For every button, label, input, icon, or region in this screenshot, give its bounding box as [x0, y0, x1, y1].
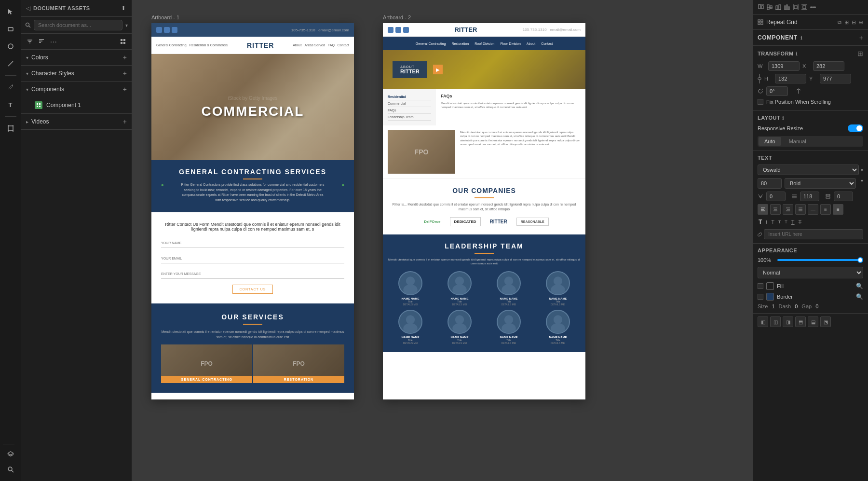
artboard-tool[interactable] [3, 121, 18, 136]
para-spacing-input[interactable] [834, 192, 853, 201]
artboard-2[interactable]: RITTER 105-735-1310 email@email.com Gene… [383, 23, 585, 399]
rotation-input[interactable] [766, 86, 788, 96]
components-section-header[interactable]: ▾ Components + [21, 82, 132, 97]
character-styles-section-header[interactable]: ▾ Character Styles + [21, 66, 132, 81]
rg-copy2-icon[interactable]: ⊞ [844, 19, 849, 26]
align-left-btn[interactable] [758, 204, 768, 215]
ab2-sidebar-leadership[interactable]: Leadership Team [388, 114, 431, 121]
bar-chart-icon[interactable] [784, 4, 790, 11]
align-middle-icon[interactable] [766, 4, 773, 11]
videos-section-header[interactable]: ▸ Videos + [21, 114, 132, 129]
transform-y-input[interactable] [820, 74, 851, 83]
text-spacing-right-btn[interactable]: ≡ [833, 204, 843, 215]
fill-checkbox[interactable] [758, 283, 763, 289]
distribute-h-icon[interactable] [792, 4, 799, 11]
ctrl-align-bottom[interactable]: ⬔ [820, 316, 831, 327]
ab1-email-field[interactable] [161, 254, 344, 263]
grid-view-icon[interactable] [119, 38, 127, 45]
ctrl-align-mid[interactable]: ⬓ [808, 316, 818, 327]
transform-w-input[interactable] [768, 61, 800, 71]
distribute-v-icon[interactable] [801, 4, 808, 11]
url-input[interactable] [764, 229, 863, 239]
text-underline-btn[interactable]: T [790, 218, 796, 226]
align-bottom-icon[interactable] [775, 4, 782, 11]
text-super-btn[interactable]: T [777, 219, 782, 225]
text-sub-btn[interactable]: T [784, 219, 788, 225]
kerning-input[interactable] [766, 192, 786, 201]
fix-position-checkbox[interactable] [758, 99, 763, 105]
font-family-select[interactable]: Oswald [758, 165, 859, 175]
sort-icon[interactable] [38, 37, 45, 46]
ab2-sidebar-faq[interactable]: FAQs [388, 107, 431, 114]
ab1-name-field[interactable] [161, 238, 344, 248]
ab1-service-card-1[interactable]: FPO RESTORATION [253, 344, 344, 383]
layout-manual-btn[interactable]: Manual [783, 137, 812, 146]
transform-x-input[interactable] [813, 61, 844, 71]
panel-back-arrow[interactable]: ◁ [26, 5, 30, 12]
layers-tool[interactable] [3, 446, 18, 462]
colors-section-header[interactable]: ▾ Colors + [21, 50, 132, 65]
transform-h-input[interactable] [775, 74, 806, 83]
share-icon[interactable]: ⬆ [120, 4, 127, 13]
ellipse-tool[interactable] [3, 39, 18, 54]
artboard-1[interactable]: 105-735-1310 email@email.com General Con… [151, 23, 354, 399]
component-info-icon[interactable]: ℹ [800, 35, 802, 41]
more-icon[interactable]: ··· [49, 37, 58, 46]
font-weight-select[interactable]: Bold [785, 178, 856, 189]
search-dropdown-icon[interactable]: ▾ [125, 23, 128, 28]
ctrl-align-center[interactable]: ◫ [770, 316, 781, 327]
ctrl-align-right[interactable]: ◨ [783, 316, 793, 327]
rg-copy3-icon[interactable]: ⊟ [852, 19, 856, 26]
ctrl-align-top[interactable]: ⬒ [795, 316, 806, 327]
search-input[interactable] [34, 20, 122, 30]
blend-mode-select[interactable]: Normal [758, 267, 863, 278]
fill-color-swatch[interactable] [766, 282, 774, 290]
rg-copy1-icon[interactable]: ⧉ [838, 19, 841, 26]
ab1-message-field[interactable] [161, 269, 344, 279]
text-caps-btn[interactable]: T [770, 218, 775, 226]
line-tool[interactable] [3, 56, 18, 71]
ab1-service-card-0[interactable]: FPO GENERAL CONTRACTING [161, 344, 252, 383]
more-options-icon[interactable] [810, 4, 816, 11]
layout-auto-btn[interactable]: Auto [759, 137, 781, 146]
zoom-tool[interactable] [3, 462, 18, 477]
font-dropdown-icon[interactable]: ▾ [861, 167, 863, 173]
component-item-1[interactable]: Component 1 [21, 99, 132, 111]
border-eyedropper-icon[interactable]: 🔍 [856, 293, 863, 300]
rectangle-tool[interactable] [3, 21, 18, 37]
ab2-sidebar-commercial[interactable]: Commercial [388, 100, 431, 107]
colors-add-btn[interactable]: + [123, 54, 127, 61]
transform-info-icon[interactable]: ℹ [796, 51, 798, 56]
font-weight-dropdown-icon[interactable]: ▾ [861, 178, 863, 189]
text-bold-btn[interactable]: T [758, 218, 763, 226]
responsive-resize-toggle[interactable] [848, 124, 863, 132]
line-height-input[interactable] [800, 192, 819, 201]
ab2-sidebar-residential[interactable]: Residential [388, 94, 431, 100]
font-size-input[interactable] [758, 178, 782, 189]
ctrl-align-left[interactable]: ◧ [758, 316, 768, 327]
components-add-btn[interactable]: + [123, 85, 127, 93]
text-tool[interactable]: T [3, 97, 18, 112]
border-color-swatch[interactable] [766, 293, 774, 301]
select-tool[interactable] [3, 4, 18, 19]
align-right-btn[interactable] [783, 204, 793, 215]
rg-copy4-icon[interactable]: ⊕ [859, 19, 863, 26]
layout-info-icon[interactable]: ℹ [782, 115, 784, 121]
canvas-scroll[interactable]: Artboard - 1 105-735-1310 email@email.co… [132, 0, 752, 481]
ab1-contact-btn[interactable]: CONTACT US [232, 285, 273, 294]
char-styles-add-btn[interactable]: + [123, 69, 127, 77]
pen-tool[interactable] [3, 80, 18, 95]
text-spacing-center-btn[interactable]: ≡ [820, 204, 831, 215]
filter-icon[interactable] [26, 37, 34, 46]
opacity-slider[interactable] [777, 259, 863, 261]
text-spacing-left-btn[interactable]: — [808, 204, 818, 215]
videos-add-btn[interactable]: + [123, 118, 127, 125]
text-small-1-btn[interactable]: t [765, 219, 768, 226]
component-add-btn[interactable]: + [859, 34, 863, 41]
fill-eyedropper-icon[interactable]: 🔍 [856, 283, 863, 289]
align-justify-btn[interactable] [795, 204, 806, 215]
border-checkbox[interactable] [758, 294, 763, 300]
align-center-btn[interactable] [770, 204, 781, 215]
text-strike-btn[interactable]: T [798, 218, 803, 226]
align-top-icon[interactable] [758, 4, 764, 11]
